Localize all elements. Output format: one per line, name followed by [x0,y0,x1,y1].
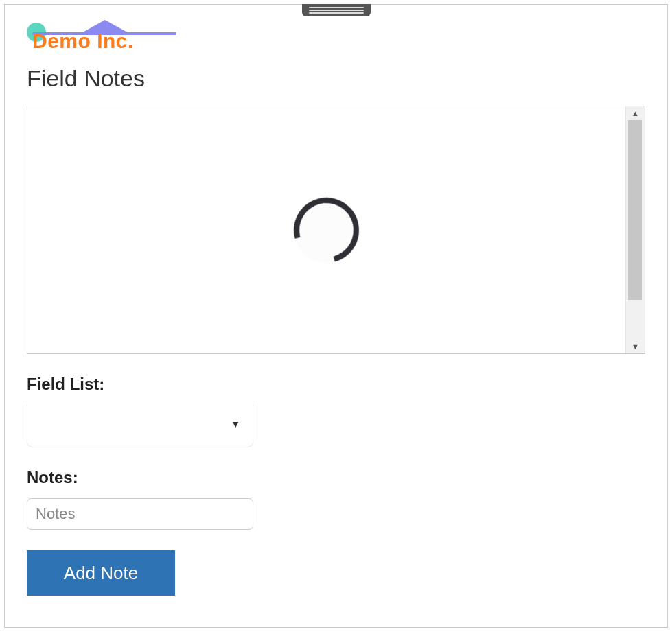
drag-handle-line [309,10,364,11]
notes-input[interactable] [27,498,253,530]
drag-handle[interactable] [302,4,371,16]
add-note-button[interactable]: Add Note [27,550,175,596]
notes-label: Notes: [27,468,645,487]
field-list-select[interactable]: ▼ [27,405,253,447]
field-list-label: Field List: [27,375,645,394]
logo-text: Demo Inc. [32,30,134,53]
page-title: Field Notes [27,65,645,92]
drag-handle-line [309,7,364,8]
map-container: ▲ ▼ [27,106,645,354]
drag-handle-line [309,12,364,14]
scroll-thumb[interactable] [628,120,642,300]
map-body[interactable] [27,106,625,353]
content-area: Demo Inc. Field Notes ▲ ▼ Field List: ▼ [5,5,667,616]
loading-spinner-icon [282,185,371,274]
scroll-up-icon[interactable]: ▲ [626,106,645,120]
notes-group: Notes: [27,468,645,530]
map-vertical-scrollbar[interactable]: ▲ ▼ [625,106,645,353]
field-list-group: Field List: ▼ [27,375,645,447]
main-panel: Demo Inc. Field Notes ▲ ▼ Field List: ▼ [4,4,668,628]
add-note-button-label: Add Note [64,563,138,584]
scroll-track[interactable] [626,120,645,340]
scroll-down-icon[interactable]: ▼ [626,340,645,353]
chevron-down-icon: ▼ [231,418,240,429]
